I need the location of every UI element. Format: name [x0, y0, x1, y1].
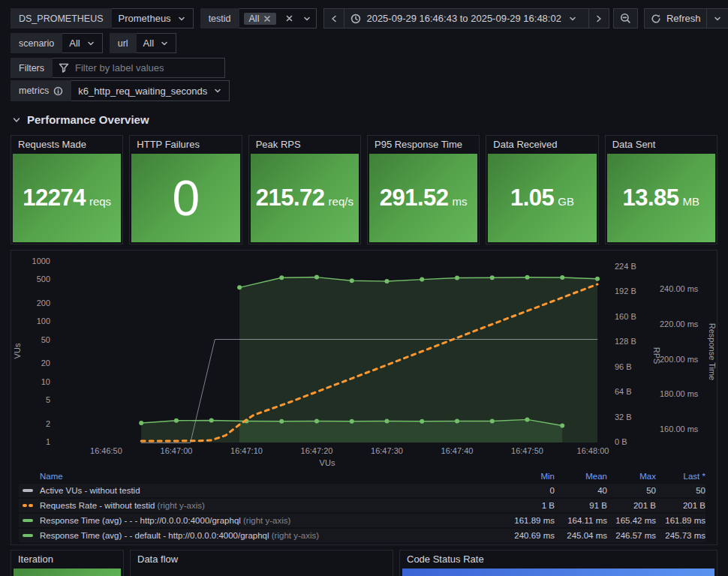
panel-title[interactable]: Data Sent: [606, 136, 717, 153]
stat-value: 215.72: [256, 184, 325, 212]
stat-value: 13.85: [623, 184, 679, 212]
time-shift-forward-button[interactable]: [589, 8, 609, 28]
legend-col-last[interactable]: Last *: [656, 472, 705, 481]
svg-text:96 B: 96 B: [615, 362, 632, 371]
filters-label: Filters: [11, 58, 53, 78]
legend-mean: 245.04 ms: [555, 531, 607, 540]
svg-text:50: 50: [41, 335, 50, 344]
bottom-panels-row: Iteration Data flow Code Status Rate: [11, 550, 717, 576]
adhoc-filters: Filters: [11, 58, 225, 78]
zoom-out-icon: [620, 13, 631, 24]
panel-title[interactable]: Data flow: [131, 550, 393, 568]
refresh-interval-dropdown[interactable]: [707, 8, 728, 28]
svg-text:200.00 ms: 200.00 ms: [660, 355, 699, 364]
scenario-dropdown[interactable]: All: [62, 33, 102, 53]
panel-title[interactable]: Code Status Rate: [400, 550, 717, 568]
refresh-group: Refresh: [644, 8, 728, 28]
zoom-out-button[interactable]: [613, 8, 638, 28]
legend-row-response-time-default[interactable]: Response Time (avg) - - default - http:/…: [19, 529, 705, 542]
panel-title[interactable]: Requests Made: [11, 136, 122, 153]
refresh-button[interactable]: Refresh: [644, 8, 708, 28]
legend-col-max[interactable]: Max: [607, 472, 656, 481]
legend-row-requests-rate[interactable]: Requests Rate - without testid (right y-…: [19, 499, 705, 512]
iteration-stat-bar: [14, 568, 121, 576]
svg-text:0 B: 0 B: [615, 437, 627, 446]
svg-text:160.00 ms: 160.00 ms: [660, 424, 699, 434]
legend-col-mean[interactable]: Mean: [555, 472, 607, 481]
timeseries-panel: 1000500200100502010521VUs224 B192 B160 B…: [11, 250, 717, 545]
filter-input[interactable]: [75, 62, 218, 74]
code-status-bar: [402, 568, 714, 576]
scenario-variable: scenario All: [11, 33, 103, 53]
time-controls: 2025-09-29 16:46:43 to 2025-09-29 16:48:…: [323, 8, 728, 28]
code-status-rate-panel: Code Status Rate: [399, 550, 717, 576]
svg-text:16:47:00: 16:47:00: [161, 446, 193, 455]
svg-text:192 B: 192 B: [615, 286, 636, 296]
svg-text:64 B: 64 B: [615, 387, 632, 396]
svg-text:160 B: 160 B: [615, 312, 636, 321]
time-range-picker[interactable]: 2025-09-29 16:46:43 to 2025-09-29 16:48:…: [344, 8, 589, 28]
legend-last: 245.73 ms: [656, 531, 705, 540]
series-name[interactable]: Response Time (avg) - - - http://0.0.0.0…: [40, 516, 465, 525]
svg-text:224 B: 224 B: [615, 262, 636, 271]
topbar-row-1: DS_PROMETHEUS Prometheus testid All: [11, 8, 717, 28]
legend-min: 240.69 ms: [465, 531, 555, 540]
iteration-panel: Iteration: [11, 550, 124, 576]
info-icon[interactable]: [53, 86, 63, 96]
svg-text:16:47:50: 16:47:50: [511, 446, 543, 455]
datasource-label: DS_PROMETHEUS: [11, 8, 112, 28]
datasource-value: Prometheus: [119, 13, 171, 24]
legend-row-response-time-http[interactable]: Response Time (avg) - - - http://0.0.0.0…: [19, 514, 705, 527]
panel-title[interactable]: Peak RPS: [249, 136, 360, 153]
time-range-text: 2025-09-29 16:46:43 to 2025-09-29 16:48:…: [366, 13, 561, 24]
panel-title[interactable]: Iteration: [11, 550, 123, 568]
panel-title[interactable]: Data Received: [486, 136, 597, 153]
close-icon[interactable]: [263, 15, 271, 22]
legend-last: 161.89 ms: [656, 516, 705, 525]
svg-text:1: 1: [46, 437, 50, 446]
legend-col-min[interactable]: Min: [465, 472, 555, 481]
panel-title[interactable]: P95 Response Time: [368, 136, 479, 153]
series-name[interactable]: Response Time (avg) - - default - http:/…: [40, 531, 465, 540]
metrics-value: k6_http_req_waiting_seconds: [78, 86, 207, 97]
svg-text:20: 20: [41, 358, 50, 368]
chevron-down-icon: [213, 86, 222, 95]
series-swatch-green: [23, 534, 33, 537]
clear-all-icon[interactable]: [285, 14, 293, 22]
svg-text:220.00 ms: 220.00 ms: [660, 320, 699, 328]
legend-row-active-vus[interactable]: Active VUs - without testid 0 40 50 50: [19, 484, 705, 497]
legend-mean: 40: [555, 486, 607, 495]
legend-min: 1 B: [465, 501, 555, 510]
svg-text:32 B: 32 B: [615, 412, 632, 422]
filter-input-wrap: [53, 58, 225, 78]
series-name[interactable]: Requests Rate - without testid (right y-…: [40, 501, 465, 510]
time-shift-back-button[interactable]: [323, 8, 344, 28]
topbar-row-2: scenario All url All: [11, 33, 717, 53]
legend-mean: 91 B: [555, 501, 607, 510]
stat-unit: GB: [558, 195, 574, 208]
chevron-right-icon: [595, 14, 603, 23]
series-name[interactable]: Active VUs - without testid: [40, 486, 465, 495]
stat-panel-data-received: Data Received 1.05GB: [486, 135, 598, 244]
scenario-value: All: [69, 38, 80, 49]
legend-mean: 164.11 ms: [555, 516, 607, 525]
panel-title[interactable]: HTTP Failures: [130, 136, 241, 153]
timeseries-chart[interactable]: 1000500200100502010521VUs224 B192 B160 B…: [11, 250, 718, 470]
stat-body: 13.85MB: [607, 154, 715, 242]
url-dropdown[interactable]: All: [137, 33, 176, 53]
legend-col-name[interactable]: Name: [40, 472, 465, 481]
stat-panel-http-failures: HTTP Failures 0: [129, 135, 242, 244]
url-value: All: [143, 38, 154, 49]
metrics-dropdown[interactable]: k6_http_req_waiting_seconds: [71, 80, 230, 101]
stat-value: 291.52: [380, 184, 449, 212]
chevron-down-icon: [12, 116, 21, 124]
refresh-label: Refresh: [666, 13, 701, 24]
chevron-down-icon[interactable]: [302, 14, 311, 23]
datasource-dropdown[interactable]: Prometheus: [112, 8, 194, 28]
stat-body: 215.72req/s: [251, 154, 359, 242]
section-performance-overview[interactable]: Performance Overview: [12, 113, 149, 126]
stat-unit: MB: [683, 195, 700, 208]
testid-chip[interactable]: All: [244, 13, 277, 25]
testid-multiselect[interactable]: All: [239, 8, 317, 28]
svg-text:180.00 ms: 180.00 ms: [660, 389, 699, 398]
